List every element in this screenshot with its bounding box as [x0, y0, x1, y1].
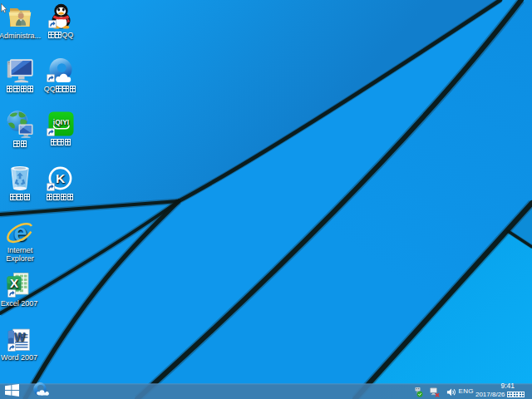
svg-text:K: K	[55, 171, 65, 185]
svg-text:X: X	[10, 276, 18, 290]
svg-text:W: W	[14, 330, 26, 343]
svg-text:iQIYI: iQIYI	[52, 118, 68, 126]
